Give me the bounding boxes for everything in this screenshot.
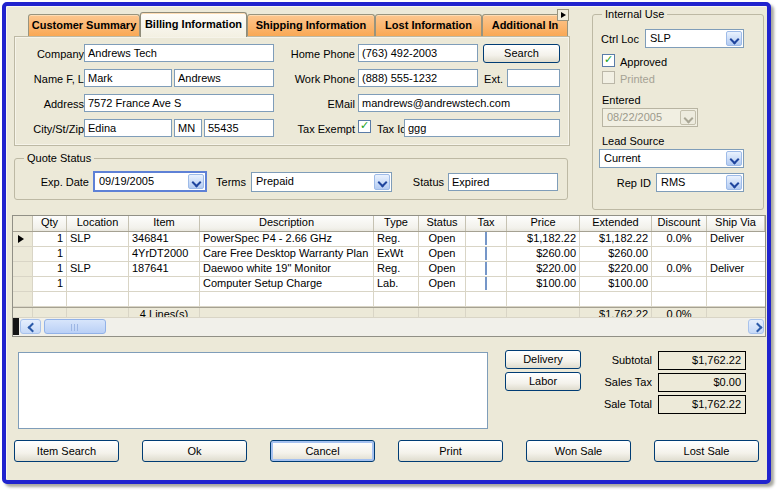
cell-status[interactable]: Open (419, 232, 466, 246)
chevron-down-icon[interactable] (726, 175, 742, 190)
state-input[interactable] (174, 119, 202, 137)
city-input[interactable] (84, 119, 172, 137)
cell-type[interactable]: Reg. (374, 232, 419, 246)
table-row[interactable]: 1 SLP 187641 Daewoo white 19" Monitor Re… (13, 262, 765, 277)
won-sale-button[interactable]: Won Sale (526, 440, 631, 462)
cell-item[interactable]: 187641 (129, 262, 200, 276)
status-input[interactable] (448, 173, 558, 191)
tax-id-input[interactable] (404, 119, 560, 137)
cell-extended[interactable]: $220.00 (580, 262, 652, 276)
approved-checkbox[interactable]: ✓ (602, 54, 615, 67)
cell-item[interactable] (129, 277, 200, 291)
cell-qty[interactable]: 1 (33, 232, 67, 246)
tax-checkbox[interactable] (485, 232, 487, 245)
tab-customer-summary[interactable]: Customer Summary (28, 14, 140, 36)
cell-price[interactable]: $100.00 (507, 277, 580, 291)
cell-extended[interactable]: $100.00 (580, 277, 652, 291)
cell-qty[interactable]: 1 (33, 247, 67, 261)
grid-header-tax[interactable]: Tax (466, 216, 507, 231)
chevron-down-icon[interactable] (726, 31, 742, 46)
lead-source-combo[interactable]: Current (599, 149, 744, 168)
cell-location[interactable]: SLP (67, 262, 129, 276)
grid-header-discount[interactable]: Discount (652, 216, 707, 231)
tax-checkbox[interactable] (485, 277, 487, 290)
table-row[interactable]: 1 4YrDT2000 Care Free Desktop Warranty P… (13, 247, 765, 262)
cell-description[interactable]: PowerSpec P4 - 2.66 GHz (200, 232, 374, 246)
tab-scroll-button[interactable] (557, 9, 569, 21)
ext-input[interactable] (507, 69, 560, 87)
grid-header-extended[interactable]: Extended (580, 216, 652, 231)
grid-header-type[interactable]: Type (374, 216, 419, 231)
grid-header-status[interactable]: Status (419, 216, 466, 231)
cell-type[interactable]: Reg. (374, 262, 419, 276)
zip-input[interactable] (204, 119, 274, 137)
address-input[interactable] (84, 94, 274, 112)
cell-extended[interactable]: $260.00 (580, 247, 652, 261)
home-phone-input[interactable] (358, 44, 478, 62)
item-search-button[interactable]: Item Search (14, 440, 119, 462)
rep-id-combo[interactable]: RMS (656, 173, 744, 192)
grid-header-item[interactable]: Item (129, 216, 200, 231)
notes-textarea[interactable] (18, 352, 488, 429)
lost-sale-button[interactable]: Lost Sale (654, 440, 759, 462)
print-button[interactable]: Print (398, 440, 503, 462)
cell-item[interactable]: 346841 (129, 232, 200, 246)
cell-description[interactable]: Computer Setup Charge (200, 277, 374, 291)
cell-shipvia[interactable] (707, 277, 765, 291)
grid-header-location[interactable]: Location (67, 216, 129, 231)
cell-location[interactable]: SLP (67, 232, 129, 246)
cell-status[interactable]: Open (419, 247, 466, 261)
cell-status[interactable]: Open (419, 277, 466, 291)
ok-button[interactable]: Ok (142, 440, 247, 462)
cell-extended[interactable]: $1,182.22 (580, 232, 652, 246)
grid-header-description[interactable]: Description (200, 216, 374, 231)
ctrl-loc-combo[interactable]: SLP (645, 29, 744, 48)
work-phone-input[interactable] (358, 69, 478, 87)
cell-location[interactable] (67, 247, 129, 261)
cell-shipvia[interactable]: Deliver (707, 262, 765, 276)
first-name-input[interactable] (84, 69, 172, 87)
cell-description[interactable]: Daewoo white 19" Monitor (200, 262, 374, 276)
scroll-left-button[interactable] (20, 319, 41, 334)
tab-additional-info[interactable]: Additional In (482, 14, 568, 36)
cell-discount[interactable]: 0.0% (652, 232, 707, 246)
cancel-button[interactable]: Cancel (270, 440, 375, 462)
search-button[interactable]: Search (483, 44, 560, 63)
cell-discount[interactable]: 0.0% (652, 262, 707, 276)
tax-checkbox[interactable] (485, 247, 487, 260)
table-row-empty[interactable] (13, 292, 765, 307)
tab-shipping-information[interactable]: Shipping Information (247, 14, 375, 36)
table-row[interactable]: 1 SLP 346841 PowerSpec P4 - 2.66 GHz Reg… (13, 232, 765, 247)
cell-qty[interactable]: 1 (33, 277, 67, 291)
company-input[interactable] (84, 44, 274, 62)
cell-item[interactable]: 4YrDT2000 (129, 247, 200, 261)
tax-exempt-checkbox[interactable]: ✓ (358, 120, 371, 133)
tab-lost-information[interactable]: Lost Information (375, 14, 482, 36)
printed-checkbox[interactable] (602, 71, 615, 84)
scroll-right-button[interactable] (748, 319, 764, 334)
cell-discount[interactable] (652, 247, 707, 261)
cell-type[interactable]: Lab. (374, 277, 419, 291)
table-row[interactable]: 1 Computer Setup Charge Lab. Open $100.0… (13, 277, 765, 292)
cell-qty[interactable]: 1 (33, 262, 67, 276)
cell-price[interactable]: $260.00 (507, 247, 580, 261)
chevron-down-icon[interactable] (726, 151, 742, 166)
grid-header-qty[interactable]: Qty (33, 216, 67, 231)
entered-date-combo[interactable]: 08/22/2005 (602, 108, 698, 127)
cell-type[interactable]: ExWt (374, 247, 419, 261)
scrollbar-thumb[interactable] (44, 319, 106, 334)
grid-header-price[interactable]: Price (507, 216, 580, 231)
cell-location[interactable] (67, 277, 129, 291)
grid-horizontal-scrollbar[interactable] (13, 317, 765, 336)
tab-billing-information[interactable]: Billing Information (140, 12, 247, 37)
email-input[interactable] (358, 94, 560, 112)
cell-price[interactable]: $220.00 (507, 262, 580, 276)
cell-shipvia[interactable] (707, 247, 765, 261)
terms-combo[interactable]: Prepaid (251, 172, 392, 192)
cell-discount[interactable] (652, 277, 707, 291)
cell-price[interactable]: $1,182.22 (507, 232, 580, 246)
cell-status[interactable]: Open (419, 262, 466, 276)
tax-checkbox[interactable] (485, 262, 487, 275)
last-name-input[interactable] (174, 69, 274, 87)
cell-description[interactable]: Care Free Desktop Warranty Plan (200, 247, 374, 261)
